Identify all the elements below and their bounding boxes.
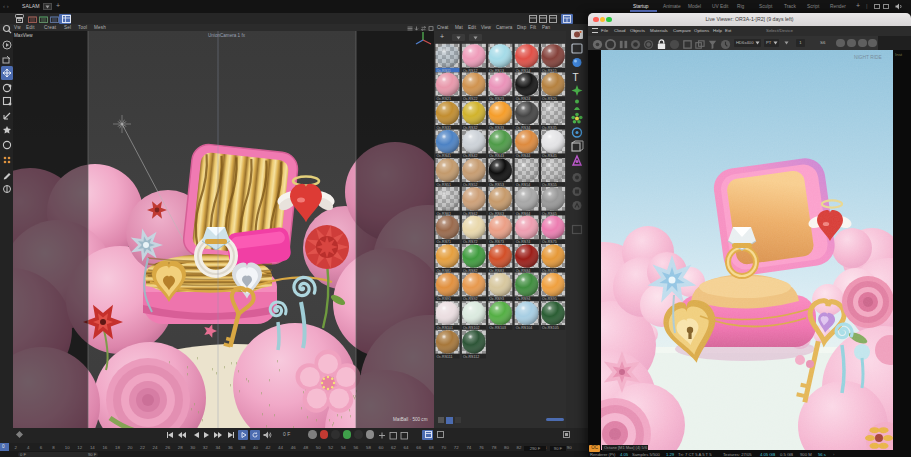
svg-text:UnionCamera 1 fx: UnionCamera 1 fx bbox=[208, 33, 246, 38]
svg-text:52: 52 bbox=[328, 445, 333, 450]
svg-text:18: 18 bbox=[115, 445, 120, 450]
svg-text:Oc.RS73: Oc.RS73 bbox=[489, 240, 504, 244]
svg-text:Oc.RS105: Oc.RS105 bbox=[542, 326, 559, 330]
svg-text:Oc.RS31: Oc.RS31 bbox=[437, 126, 452, 130]
svg-text:Oc.RS42: Oc.RS42 bbox=[463, 154, 478, 158]
svg-text:Oc.RS65: Oc.RS65 bbox=[542, 212, 557, 216]
svg-text:20: 20 bbox=[128, 445, 133, 450]
svg-text:Oc.RS14: Oc.RS14 bbox=[516, 69, 531, 73]
svg-text:Oc.RS82: Oc.RS82 bbox=[463, 269, 478, 273]
svg-text:Oc.RS71: Oc.RS71 bbox=[437, 240, 452, 244]
svg-text:Oc.RS112: Oc.RS112 bbox=[463, 355, 479, 359]
svg-text:Oc.RS23: Oc.RS23 bbox=[489, 97, 504, 101]
svg-text:24: 24 bbox=[153, 445, 158, 450]
svg-text:Oc.RS52: Oc.RS52 bbox=[463, 183, 478, 187]
svg-text:76: 76 bbox=[479, 445, 484, 450]
svg-text:Oc.RS83: Oc.RS83 bbox=[489, 269, 504, 273]
svg-text:Oc.RS55: Oc.RS55 bbox=[542, 183, 557, 187]
svg-text:Oc.RS34: Oc.RS34 bbox=[516, 126, 531, 130]
svg-text:30: 30 bbox=[190, 445, 195, 450]
svg-text:66: 66 bbox=[416, 445, 421, 450]
svg-text:Oc.RS64: Oc.RS64 bbox=[516, 212, 531, 216]
svg-text:38: 38 bbox=[241, 445, 246, 450]
svg-text:Oc.RS92: Oc.RS92 bbox=[463, 297, 478, 301]
svg-text:Oc.RS101: Oc.RS101 bbox=[437, 326, 454, 330]
svg-text:40: 40 bbox=[253, 445, 258, 450]
svg-text:54: 54 bbox=[341, 445, 346, 450]
svg-text:Oc.RS21: Oc.RS21 bbox=[437, 97, 452, 101]
svg-text:48: 48 bbox=[303, 445, 308, 450]
svg-text:Oc.RS93: Oc.RS93 bbox=[489, 297, 504, 301]
svg-text:4: 4 bbox=[27, 445, 30, 450]
svg-text:Oc.RS15: Oc.RS15 bbox=[542, 69, 557, 73]
svg-text:Oc.RS51: Oc.RS51 bbox=[437, 183, 452, 187]
svg-text:46: 46 bbox=[291, 445, 296, 450]
svg-text:Oc.RS95: Oc.RS95 bbox=[542, 297, 557, 301]
svg-text:26: 26 bbox=[165, 445, 170, 450]
svg-text:Oc.RS13: Oc.RS13 bbox=[489, 69, 504, 73]
svg-text:Oc.RS41: Oc.RS41 bbox=[437, 154, 452, 158]
svg-text:Oc.RS44: Oc.RS44 bbox=[516, 154, 531, 158]
svg-text:Oc.RS61: Oc.RS61 bbox=[437, 212, 452, 216]
svg-text:70: 70 bbox=[441, 445, 446, 450]
svg-text:MaxView: MaxView bbox=[14, 33, 33, 38]
svg-text:Oc.RS11: Oc.RS11 bbox=[437, 69, 451, 73]
svg-text:28: 28 bbox=[178, 445, 183, 450]
svg-text:Oc.RS94: Oc.RS94 bbox=[516, 297, 531, 301]
svg-text:12: 12 bbox=[77, 445, 82, 450]
svg-text:Oc.RS104: Oc.RS104 bbox=[516, 326, 533, 330]
svg-text:64: 64 bbox=[404, 445, 409, 450]
svg-text:Oc.RS63: Oc.RS63 bbox=[489, 212, 504, 216]
svg-text:58: 58 bbox=[366, 445, 371, 450]
svg-text:Oc.RS102: Oc.RS102 bbox=[463, 326, 480, 330]
svg-text:82: 82 bbox=[517, 445, 522, 450]
svg-text:Oc.RS35: Oc.RS35 bbox=[542, 126, 557, 130]
svg-text:74: 74 bbox=[466, 445, 471, 450]
svg-text:42: 42 bbox=[266, 445, 271, 450]
svg-text:MatBall · 500 cm: MatBall · 500 cm bbox=[393, 417, 428, 422]
svg-text:16: 16 bbox=[102, 445, 107, 450]
svg-text:Oc.RS25: Oc.RS25 bbox=[542, 97, 557, 101]
svg-text:90: 90 bbox=[567, 445, 572, 450]
svg-text:32: 32 bbox=[203, 445, 208, 450]
svg-text:Oc.RS33: Oc.RS33 bbox=[489, 126, 504, 130]
svg-text:Oc.RS91: Oc.RS91 bbox=[437, 297, 452, 301]
svg-text:34: 34 bbox=[215, 445, 220, 450]
svg-text:Oc.RS111: Oc.RS111 bbox=[437, 355, 453, 359]
svg-text:Oc.RS45: Oc.RS45 bbox=[542, 154, 557, 158]
svg-text:60: 60 bbox=[379, 445, 384, 450]
svg-text:Oc.RS72: Oc.RS72 bbox=[463, 240, 478, 244]
svg-text:44: 44 bbox=[278, 445, 283, 450]
svg-text:Oc.RS62: Oc.RS62 bbox=[463, 212, 478, 216]
svg-text:72: 72 bbox=[454, 445, 459, 450]
svg-text:Oc.RS84: Oc.RS84 bbox=[516, 269, 531, 273]
svg-text:Oc.RS22: Oc.RS22 bbox=[463, 97, 478, 101]
svg-text:Oc.RS103: Oc.RS103 bbox=[489, 326, 506, 330]
svg-text:10: 10 bbox=[65, 445, 70, 450]
svg-text:Oc.RS32: Oc.RS32 bbox=[463, 126, 478, 130]
svg-text:78: 78 bbox=[492, 445, 497, 450]
svg-text:T: T bbox=[573, 72, 579, 83]
svg-text:Oc.RS75: Oc.RS75 bbox=[542, 240, 557, 244]
svg-text:36: 36 bbox=[228, 445, 233, 450]
svg-text:22: 22 bbox=[140, 445, 145, 450]
svg-text:Oc.RS54: Oc.RS54 bbox=[516, 183, 531, 187]
svg-text:68: 68 bbox=[429, 445, 434, 450]
svg-text:8: 8 bbox=[52, 445, 55, 450]
svg-text:Oc.RS53: Oc.RS53 bbox=[489, 183, 504, 187]
svg-text:62: 62 bbox=[391, 445, 396, 450]
svg-text:Oc.RS74: Oc.RS74 bbox=[516, 240, 531, 244]
svg-text:Oc.RS81: Oc.RS81 bbox=[437, 269, 452, 273]
svg-text:Oc.RS85: Oc.RS85 bbox=[542, 269, 557, 273]
svg-text:50: 50 bbox=[316, 445, 321, 450]
svg-text:56: 56 bbox=[353, 445, 358, 450]
svg-text:80: 80 bbox=[504, 445, 509, 450]
svg-text:2: 2 bbox=[15, 445, 18, 450]
svg-text:14: 14 bbox=[90, 445, 95, 450]
svg-text:Oc.RS24: Oc.RS24 bbox=[516, 97, 531, 101]
svg-text:Oc.RS12: Oc.RS12 bbox=[463, 69, 478, 73]
svg-text:6: 6 bbox=[40, 445, 43, 450]
svg-text:Oc.RS43: Oc.RS43 bbox=[489, 154, 504, 158]
